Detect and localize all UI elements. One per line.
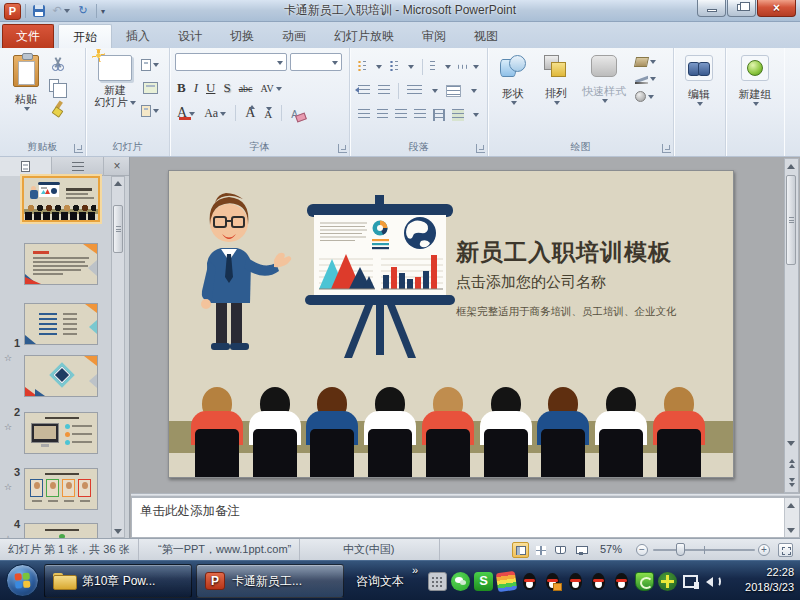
previous-slide-button[interactable] [785, 455, 798, 471]
skype-tray-icon[interactable]: S [474, 572, 493, 591]
panel-scroll-down[interactable] [112, 525, 124, 537]
line-spacing-button[interactable] [430, 61, 434, 73]
status-theme-name[interactable]: “第一PPT，www.1ppt.com” [150, 539, 300, 561]
tab-design[interactable]: 设计 [164, 24, 216, 48]
arrange-button[interactable]: 排列 [535, 51, 577, 137]
shape-effects-button[interactable] [635, 91, 656, 102]
increase-indent-button[interactable] [378, 85, 390, 97]
wechat-tray-icon[interactable] [451, 572, 470, 591]
thumbnail-slide-3[interactable] [24, 303, 98, 345]
character-spacing-button[interactable]: AV [261, 83, 282, 94]
qq-tray-icon-1[interactable] [520, 572, 539, 591]
underline-button[interactable]: U [206, 80, 215, 96]
qq-tray-icon-3[interactable] [566, 572, 585, 591]
shrink-font-button[interactable]: A [264, 107, 272, 121]
justify-button[interactable] [414, 109, 426, 121]
tab-review[interactable]: 审阅 [408, 24, 460, 48]
tab-outline[interactable] [52, 157, 104, 176]
reading-view-button[interactable] [552, 542, 569, 558]
editor-scrollbar[interactable] [784, 158, 799, 493]
tab-view[interactable]: 视图 [460, 24, 512, 48]
shape-outline-button[interactable] [635, 74, 656, 84]
thumbnail-slide-4[interactable] [24, 355, 98, 397]
fit-to-window-button[interactable] [778, 543, 793, 557]
drawing-dialog-launcher[interactable] [662, 144, 671, 153]
distribute-button[interactable] [433, 109, 446, 121]
zoom-slider-thumb[interactable] [676, 543, 685, 556]
new-slide-button[interactable]: 新建幻灯片 [89, 51, 141, 137]
paragraph-dialog-launcher[interactable] [476, 144, 485, 153]
bullets-button[interactable] [358, 61, 366, 73]
columns-button[interactable] [407, 85, 422, 97]
align-text-button[interactable] [446, 85, 461, 97]
qq-tray-icon-4[interactable] [589, 572, 608, 591]
toolbar-overflow-chevron[interactable]: » [412, 564, 418, 576]
bold-button[interactable]: B [177, 80, 186, 96]
zoom-out-button[interactable]: − [636, 544, 648, 556]
network-tray-icon[interactable] [681, 572, 700, 591]
qq-tray-icon-2[interactable] [543, 572, 562, 591]
quick-styles-button[interactable]: 快速样式 [577, 51, 631, 137]
font-dialog-launcher[interactable] [338, 144, 347, 153]
tab-insert[interactable]: 插入 [112, 24, 164, 48]
section-button[interactable] [141, 102, 159, 119]
zoom-in-button[interactable]: + [758, 544, 770, 556]
clear-formatting-button[interactable] [291, 109, 305, 121]
rainbow-tray-icon[interactable] [496, 570, 517, 591]
close-button[interactable]: × [757, 0, 796, 17]
align-left-button[interactable] [358, 109, 370, 121]
editor-scroll-down[interactable] [785, 437, 797, 449]
panel-scroll-up[interactable] [112, 177, 124, 189]
notes-scroll-down[interactable] [785, 524, 797, 536]
taskbar-toolbar-label[interactable]: 咨询文本 [356, 573, 404, 590]
font-size-combo[interactable] [290, 53, 342, 71]
editor-scroll-thumb[interactable] [786, 175, 796, 265]
slide-text-block[interactable]: 新员工入职培训模板 点击添加您的公司名称 框架完整适用于商务培训、员工培训、企业… [456, 237, 722, 319]
qq-tray-icon-5[interactable] [612, 572, 631, 591]
cut-button[interactable] [49, 55, 67, 72]
change-case-button[interactable]: Aa [204, 106, 226, 121]
tab-file[interactable]: 文件 [2, 24, 54, 48]
new-group-button[interactable]: 新建组 [729, 51, 781, 137]
green-plus-tray-icon[interactable] [658, 572, 677, 591]
panel-close-button[interactable]: × [105, 157, 129, 175]
shape-fill-button[interactable] [635, 57, 656, 67]
thumbnail-slide-5[interactable] [24, 412, 98, 454]
notes-scrollbar[interactable] [784, 498, 799, 537]
antivirus-shield-icon[interactable] [635, 572, 654, 591]
tab-transitions[interactable]: 切换 [216, 24, 268, 48]
panel-scrollbar[interactable] [111, 176, 125, 538]
volume-tray-icon[interactable] [704, 572, 723, 591]
tab-slideshow[interactable]: 幻灯片放映 [320, 24, 408, 48]
text-direction-button[interactable] [455, 65, 467, 69]
font-color-button[interactable]: A [177, 105, 195, 121]
status-language[interactable]: 中文(中国) [335, 539, 440, 561]
smartart-button[interactable] [452, 109, 464, 121]
slideshow-view-button[interactable] [572, 542, 589, 558]
slide-sorter-view-button[interactable] [532, 542, 549, 558]
decrease-indent-button[interactable] [358, 85, 370, 97]
grow-font-button[interactable]: A [245, 105, 255, 121]
strikethrough-button[interactable]: abc [239, 83, 253, 94]
next-slide-button[interactable] [785, 474, 798, 490]
clipboard-dialog-launcher[interactable] [74, 144, 83, 153]
copy-button[interactable] [49, 77, 67, 94]
zoom-level[interactable]: 57% [600, 539, 622, 560]
tab-home[interactable]: 开始 [58, 24, 112, 48]
align-center-button[interactable] [377, 109, 389, 121]
thumbnail-slide-6[interactable] [24, 468, 98, 510]
notes-pane[interactable]: 单击此处添加备注 [131, 497, 800, 538]
editor-scroll-up[interactable] [785, 160, 797, 172]
panel-scroll-thumb[interactable] [113, 205, 123, 253]
thumbnail-slide-2[interactable] [24, 243, 98, 285]
italic-button[interactable]: I [194, 80, 198, 96]
taskbar-clock[interactable]: 22:28 2018/3/23 [745, 565, 794, 595]
paste-button[interactable]: 粘贴 [3, 51, 49, 137]
notes-scroll-up[interactable] [785, 499, 797, 511]
tab-slides-thumbnails[interactable] [0, 157, 52, 176]
taskbar-button-explorer[interactable]: 第10章 Pow... [44, 564, 192, 598]
restore-button[interactable] [727, 0, 756, 17]
status-slide-info[interactable]: 幻灯片 第 1 张，共 36 张 [0, 539, 139, 561]
taskbar-button-powerpoint[interactable]: P 卡通新员工... [196, 564, 344, 598]
align-right-button[interactable] [395, 109, 407, 121]
